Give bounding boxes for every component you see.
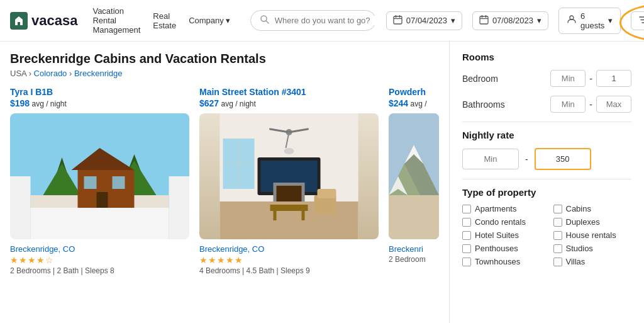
bathrooms-inputs: - — [550, 96, 631, 113]
svg-rect-47 — [389, 195, 439, 239]
listing-price-3: $244 avg / — [389, 98, 439, 108]
bathrooms-max-input[interactable] — [596, 96, 631, 113]
property-type-townhouses: Townhouses — [462, 257, 541, 266]
main-content: Breckenridge Cabins and Vacation Rentals… — [0, 42, 644, 323]
svg-rect-42 — [302, 211, 305, 220]
filters-button[interactable]: Filters ▾ — [631, 11, 644, 30]
date-end-value: 07/08/2023 — [492, 16, 533, 25]
chevron-down-icon: ▾ — [226, 16, 230, 25]
svg-rect-23 — [84, 176, 97, 189]
svg-rect-37 — [277, 186, 302, 201]
nav-company[interactable]: Company ▾ — [189, 16, 230, 25]
checkbox-villas[interactable] — [553, 258, 562, 266]
guests-button[interactable]: 6 guests ▾ — [558, 8, 621, 34]
bedroom-inputs: - — [550, 70, 631, 87]
nightly-rate-inputs: - — [462, 148, 631, 170]
divider-2 — [462, 179, 631, 179]
search-bar[interactable] — [250, 10, 376, 31]
listing-card-2: Main Street Station #3401 $627 avg / nig… — [199, 87, 379, 275]
price-value-3: $244 — [389, 98, 408, 108]
svg-line-1 — [266, 21, 269, 23]
property-type-title: Type of property — [462, 187, 631, 198]
listing-price-1: $198 avg / night — [10, 98, 189, 108]
nav-real-estate[interactable]: Real Estate — [153, 11, 176, 30]
property-type-penthouses: Penthouses — [462, 244, 541, 253]
chevron-down-icon: ▾ — [451, 16, 455, 25]
listing-details-2: 4 Bedrooms | 4.5 Bath | Sleeps 9 — [199, 266, 379, 275]
property-type-villas: Villas — [553, 257, 632, 266]
svg-rect-41 — [274, 211, 277, 220]
price-value-1: $198 — [10, 98, 30, 108]
listing-image-3 — [389, 113, 439, 239]
chevron-down-icon: ▾ — [608, 16, 613, 25]
page-title: Breckenridge Cabins and Vacation Rentals — [10, 52, 439, 66]
listing-location-1[interactable]: Breckenridge, CO — [10, 244, 189, 254]
listing-location-3[interactable]: Breckenri — [389, 244, 439, 254]
bathrooms-min-input[interactable] — [550, 96, 586, 113]
filter-icon — [639, 15, 644, 26]
svg-rect-24 — [113, 176, 125, 189]
listing-title-2[interactable]: Main Street Station #3401 — [199, 87, 379, 97]
svg-rect-6 — [480, 16, 488, 24]
guests-icon — [567, 14, 577, 26]
breadcrumb: USA › Colorado › Breckenridge — [10, 69, 439, 78]
bedroom-max-input[interactable] — [596, 70, 631, 87]
listing-location-2[interactable]: Breckenridge, CO — [199, 244, 379, 254]
checkbox-penthouses[interactable] — [462, 244, 471, 253]
listing-title-1[interactable]: Tyra I B1B — [10, 87, 189, 97]
price-suffix-1: avg / night — [32, 99, 67, 108]
bedroom-min-input[interactable] — [550, 70, 586, 87]
breadcrumb-city[interactable]: Breckenridge — [74, 69, 123, 78]
checkbox-house-rentals[interactable] — [553, 231, 562, 240]
search-input[interactable] — [275, 16, 380, 25]
checkbox-hotel-suites[interactable] — [462, 231, 471, 240]
property-types-grid: Apartments Cabins Condo rentals Duplexes… — [462, 204, 631, 266]
svg-point-10 — [570, 16, 574, 20]
listing-price-2: $627 avg / night — [199, 98, 379, 108]
search-icon — [260, 14, 270, 26]
property-type-apartments: Apartments — [462, 204, 541, 213]
listing-stars-2: ★ ★ ★ ★ ★ — [199, 255, 379, 265]
nightly-rate-title: Nightly rate — [462, 130, 631, 140]
checkbox-studios[interactable] — [553, 244, 562, 253]
breadcrumb-state[interactable]: Colorado — [34, 69, 67, 78]
checkbox-duplexes[interactable] — [553, 218, 562, 227]
divider-1 — [462, 122, 631, 122]
price-suffix-2: avg / night — [221, 99, 256, 108]
chevron-down-icon: ▾ — [537, 16, 541, 25]
nightly-min-input[interactable] — [462, 149, 519, 169]
property-type-hotel-suites: Hotel Suites — [462, 230, 541, 240]
svg-rect-25 — [97, 192, 108, 208]
nav-vacation-rental[interactable]: Vacation Rental Management — [92, 6, 140, 35]
price-suffix-3: avg / — [411, 99, 427, 108]
rooms-section-title: Rooms — [462, 52, 631, 62]
logo[interactable]: vacasa — [10, 12, 77, 30]
listings-content: Breckenridge Cabins and Vacation Rentals… — [0, 42, 449, 323]
date-start-value: 07/04/2023 — [406, 16, 447, 25]
svg-rect-39 — [318, 189, 336, 198]
date-start-picker[interactable]: 07/04/2023 ▾ — [386, 11, 462, 30]
listing-stars-1: ★ ★ ★ ★ ☆ — [10, 255, 189, 265]
filters-wrapper: Filters ▾ — [631, 11, 644, 30]
property-type-condo: Condo rentals — [462, 217, 541, 227]
listing-image-2 — [199, 113, 379, 239]
listing-image-1 — [10, 113, 189, 239]
bathrooms-label: Bathrooms — [462, 99, 505, 110]
calendar-icon — [479, 15, 489, 26]
guests-value: 6 guests — [580, 11, 604, 30]
date-end-picker[interactable]: 07/08/2023 ▾ — [472, 11, 548, 30]
checkbox-cabins[interactable] — [553, 205, 562, 213]
bathrooms-filter-row: Bathrooms - — [462, 96, 631, 113]
bedroom-filter-row: Bedroom - — [462, 70, 631, 87]
checkbox-townhouses[interactable] — [462, 258, 471, 266]
listings-grid: Tyra I B1B $198 avg / night — [10, 87, 439, 275]
checkbox-condo[interactable] — [462, 218, 471, 227]
nightly-max-input[interactable] — [535, 148, 591, 170]
svg-point-33 — [284, 148, 294, 154]
logo-text: vacasa — [31, 13, 77, 29]
property-type-house-rentals: House rentals — [553, 230, 632, 240]
checkbox-apartments[interactable] — [462, 205, 471, 213]
calendar-icon — [393, 15, 402, 26]
listing-title-3[interactable]: Powderh — [389, 87, 439, 97]
price-value-2: $627 — [199, 98, 219, 108]
